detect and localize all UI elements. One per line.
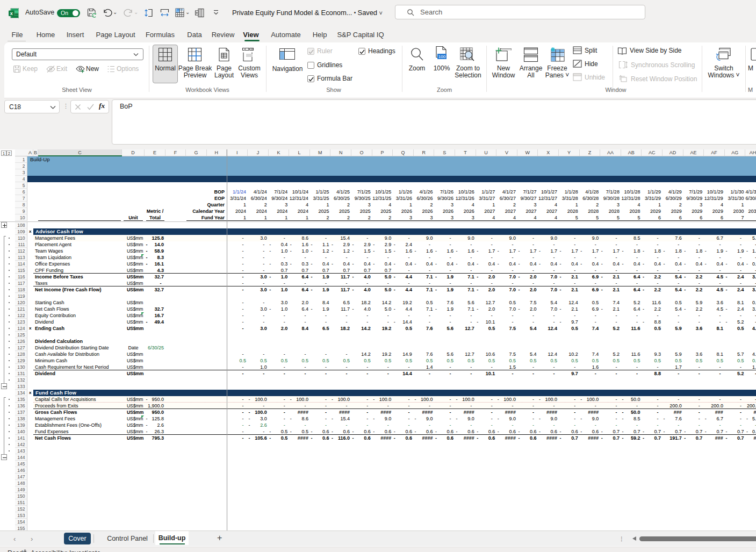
svg-text:x: x (10, 11, 13, 16)
svg-text:100: 100 (438, 54, 446, 59)
